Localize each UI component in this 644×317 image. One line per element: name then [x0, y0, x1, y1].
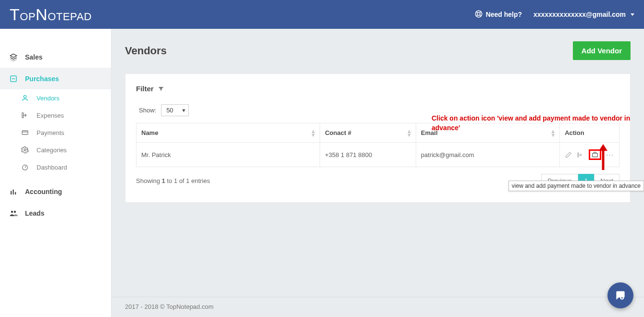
topbar: TOPNOTEPAD Need help? xxxxxxxxxxxxxx@gma… — [0, 0, 644, 29]
svg-rect-22 — [593, 153, 598, 157]
person-icon — [20, 94, 30, 102]
show-label: Show: — [139, 107, 156, 114]
user-menu[interactable]: xxxxxxxxxxxxxx@gmail.com — [533, 11, 634, 18]
svg-rect-18 — [15, 192, 16, 194]
svg-line-3 — [480, 11, 481, 12]
col-name[interactable]: Name▲▼ — [136, 123, 320, 143]
filter-toggle[interactable]: Filter — [136, 85, 619, 93]
share-icon — [20, 111, 30, 119]
need-help-link[interactable]: Need help? — [474, 10, 522, 20]
edit-icon[interactable] — [565, 151, 572, 158]
sidebar-sub-payments[interactable]: Payments — [0, 124, 111, 141]
users-icon — [9, 209, 18, 218]
svg-marker-24 — [599, 144, 607, 151]
sidebar-sub-label: Expenses — [37, 112, 64, 119]
svg-line-4 — [476, 15, 477, 16]
sidebar-label: Accounting — [25, 188, 62, 195]
svg-rect-16 — [11, 191, 12, 195]
tooltip: view and add payment made to vendor in a… — [508, 181, 644, 191]
filter-label: Filter — [136, 85, 154, 93]
funnel-icon — [158, 85, 164, 92]
page-title: Vendors — [125, 45, 167, 57]
gear-icon — [20, 146, 30, 154]
cell-email: patrick@gmail.com — [416, 143, 559, 167]
chat-icon — [614, 289, 627, 302]
svg-marker-6 — [10, 54, 17, 58]
svg-rect-11 — [22, 131, 28, 134]
lifebuoy-icon — [474, 10, 483, 20]
showing-text: Showing 1 to 1 of 1 entries — [136, 177, 210, 184]
sidebar-label: Purchases — [25, 75, 59, 83]
chart-bar-icon — [9, 187, 18, 196]
cell-actions: ··· — [560, 143, 619, 167]
show-select[interactable]: 50 — [161, 104, 189, 116]
table-row: Mr. Patrick +358 1 871 8800 patrick@gmai… — [136, 143, 619, 167]
minus-square-icon — [9, 74, 18, 83]
sort-icon: ▲▼ — [310, 129, 316, 137]
sidebar-sub-label: Payments — [37, 129, 64, 136]
svg-line-2 — [476, 11, 477, 12]
svg-point-1 — [477, 12, 480, 15]
svg-point-14 — [23, 165, 28, 170]
svg-point-13 — [24, 149, 26, 151]
annotation-text: Click on action icon 'view and add payme… — [432, 113, 638, 133]
svg-point-9 — [24, 96, 26, 98]
sidebar-sub-dashboard[interactable]: Dashboard — [0, 158, 111, 176]
sidebar-label: Sales — [25, 53, 43, 61]
chat-widget[interactable] — [607, 282, 633, 308]
sidebar-item-leads[interactable]: Leads — [0, 202, 111, 224]
need-help-label: Need help? — [486, 11, 522, 18]
col-contact[interactable]: Conact #▲▼ — [320, 123, 416, 143]
dashboard-icon — [20, 163, 30, 171]
logo: TOPNOTEPAD — [10, 5, 92, 24]
sidebar: Sales Purchases Vendors Expenses Payment… — [0, 29, 111, 317]
main-content: Vendors Add Vendor Filter Show: 50 Name▲… — [111, 29, 644, 317]
share-icon[interactable] — [577, 151, 584, 158]
sidebar-sub-label: Dashboard — [37, 164, 67, 171]
add-vendor-button[interactable]: Add Vendor — [573, 41, 631, 60]
sidebar-sub-label: Vendors — [37, 95, 60, 102]
cell-name: Mr. Patrick — [136, 143, 320, 167]
annotation-arrow-icon — [598, 144, 608, 172]
layers-icon — [9, 53, 18, 61]
svg-line-5 — [480, 15, 481, 16]
svg-point-20 — [14, 210, 16, 213]
footer-text: 2017 - 2018 © TopNotepad.com — [125, 303, 213, 310]
svg-rect-21 — [578, 153, 579, 157]
footer: 2017 - 2018 © TopNotepad.com — [111, 297, 644, 317]
cell-contact: +358 1 871 8800 — [320, 143, 416, 167]
sidebar-sub-expenses[interactable]: Expenses — [0, 107, 111, 124]
sidebar-sub-label: Categories — [37, 146, 67, 154]
svg-rect-17 — [13, 189, 14, 195]
sidebar-sub-vendors[interactable]: Vendors — [0, 89, 111, 107]
sort-icon: ▲▼ — [407, 129, 412, 137]
sidebar-label: Leads — [25, 209, 44, 217]
user-email: xxxxxxxxxxxxxx@gmail.com — [533, 11, 626, 18]
chevron-down-icon — [631, 13, 634, 16]
sidebar-item-sales[interactable]: Sales — [0, 46, 111, 68]
svg-point-19 — [11, 210, 13, 213]
sidebar-item-accounting[interactable]: Accounting — [0, 181, 111, 202]
sidebar-sub-categories[interactable]: Categories — [0, 141, 111, 158]
sidebar-item-purchases[interactable]: Purchases — [0, 68, 111, 89]
credit-card-icon — [20, 129, 30, 136]
